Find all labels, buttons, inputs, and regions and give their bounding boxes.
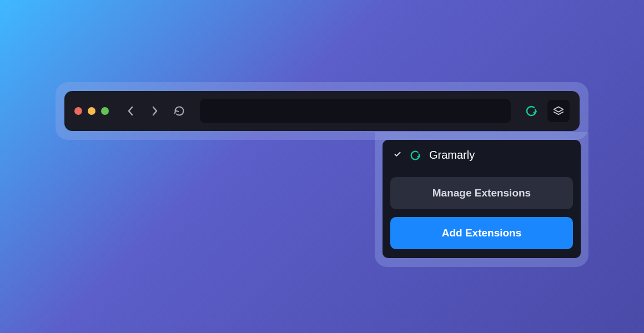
extensions-popup-wrapper: Gramarly Manage Extensions Add Extension… xyxy=(375,132,588,267)
extensions-popup: Gramarly Manage Extensions Add Extension… xyxy=(383,140,581,258)
minimize-window-button[interactable] xyxy=(88,107,95,115)
reload-icon xyxy=(174,105,185,117)
back-button[interactable] xyxy=(122,103,139,119)
extension-row[interactable]: Gramarly xyxy=(383,140,581,170)
grammarly-icon xyxy=(525,104,538,118)
chevron-left-icon xyxy=(127,106,134,116)
browser-toolbar xyxy=(64,91,580,131)
extensions-button[interactable] xyxy=(547,100,570,122)
layers-icon xyxy=(553,105,564,117)
forward-button[interactable] xyxy=(147,103,163,119)
grammarly-icon xyxy=(409,149,421,162)
address-bar[interactable] xyxy=(200,99,511,123)
grammarly-extension-button[interactable] xyxy=(523,103,540,119)
svg-marker-0 xyxy=(554,107,564,112)
check-icon xyxy=(394,150,401,160)
close-window-button[interactable] xyxy=(74,107,82,115)
toolbar-wrapper xyxy=(56,82,588,140)
add-extensions-button[interactable]: Add Extensions xyxy=(390,217,573,249)
popup-body: Manage Extensions Add Extensions xyxy=(383,170,581,258)
reload-button[interactable] xyxy=(171,103,188,119)
chevron-right-icon xyxy=(152,106,158,116)
manage-extensions-button[interactable]: Manage Extensions xyxy=(390,177,573,209)
extension-name: Gramarly xyxy=(429,149,475,162)
maximize-window-button[interactable] xyxy=(101,107,109,115)
window-controls xyxy=(74,107,109,115)
